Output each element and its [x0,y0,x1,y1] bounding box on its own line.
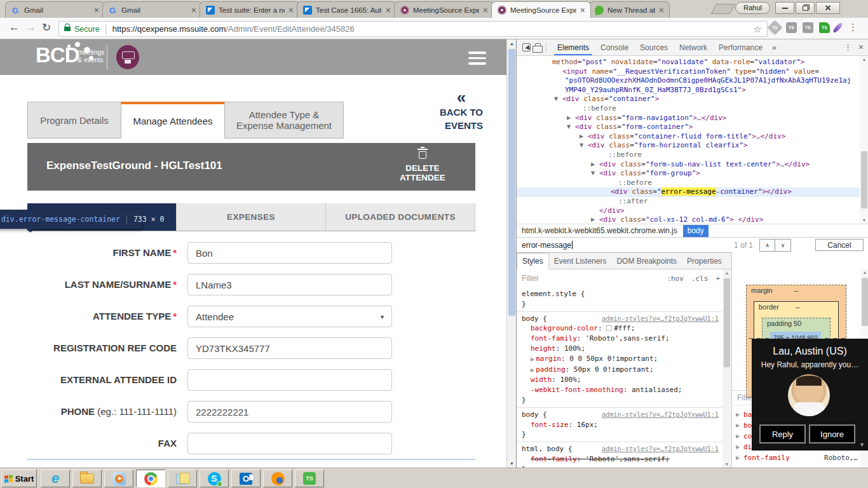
breadcrumb-selected[interactable]: body [683,225,709,237]
find-input[interactable]: error-message [522,241,571,250]
page-scrollbar[interactable]: ▲ ▼ [506,39,516,468]
taskbar-app-outlook[interactable]: O [231,470,261,487]
css-property[interactable]: ▶margin: 0 0 50px 0!important; [522,354,719,365]
tab-program-details[interactable]: Program Details [27,102,121,139]
taskbar-app-wmp[interactable] [104,470,133,487]
bookmark-star-icon[interactable]: ☆ [754,24,762,35]
tree-arrow-icon[interactable]: ▼ [580,141,583,151]
refresh-icon[interactable]: ↻ [42,21,51,34]
taskbar-app-ie[interactable]: e [41,470,70,487]
computed-property[interactable]: ▶font-familyRoboto,… [732,452,868,463]
dom-line[interactable]: ▶<div class="col-xs-12 col-md-6"> </div> [517,215,860,224]
device-toolbar-icon[interactable] [535,43,541,52]
taskbar-app-firefox[interactable] [263,470,292,487]
sub-tab-uploaded-documents[interactable]: UPLOADED DOCUMENTS [326,203,475,231]
new-rule-icon[interactable]: + [715,274,720,283]
back-icon[interactable]: ← [9,21,20,34]
sidebar-tab-properties[interactable]: Properties [682,254,727,269]
dom-line[interactable]: ▶<div class="form-sub-nav-list text-cent… [517,160,860,170]
sidebar-tab-styles[interactable]: Styles [517,253,549,269]
dom-line[interactable]: <input name="__RequestVerificationToken"… [517,67,860,77]
css-property[interactable]: -webkit-font-smoothing: antialiased; [522,385,719,395]
dom-scrollbar[interactable]: ▲ ▼ [860,56,868,224]
stylesheet-link[interactable]: admin-styles?v=…f2tpJqYxwwU1:1 [602,410,719,420]
tree-arrow-icon[interactable]: ▶ [567,114,571,123]
devtools-tab-sources[interactable]: Sources [634,40,674,55]
notification-options-icon[interactable]: ▼ [859,442,865,448]
expand-arrow-icon[interactable]: ▶ [736,442,740,452]
breadcrumb-path[interactable]: html.k-webkit.k-webkit65.webkit.chrome.w… [522,226,677,235]
scrollbar-thumb[interactable] [508,49,515,316]
browser-tab[interactable]: Gmail× [102,1,202,18]
field-input-phone[interactable] [187,401,392,423]
taskbar-app-notes[interactable] [168,470,197,487]
field-input-fax[interactable] [187,433,392,454]
tree-arrow-icon[interactable]: ▼ [567,123,571,132]
dom-line[interactable]: <div class="error-message-container"></d… [517,187,860,197]
tree-arrow-icon[interactable]: ▶ [591,160,595,170]
tab-close-icon[interactable]: × [482,6,489,14]
devtools-menu-icon[interactable]: ⋮ [844,43,852,52]
scroll-down-icon[interactable]: ▼ [507,461,517,466]
find-next-icon[interactable]: ∨ [775,240,790,251]
stylesheet-link[interactable]: admin-styles?v=…f2tpJqYxwwU1:1 [602,444,719,454]
expand-arrow-icon[interactable]: ▶ [736,409,740,420]
extension-ts-icon[interactable]: TS [819,22,830,33]
browser-tab[interactable]: Test Case 1665: Auto× [297,1,397,18]
expand-arrow-icon[interactable]: ▶ [531,367,534,373]
devtools-tab-elements[interactable]: Elements [552,40,595,55]
devtools-tab-performance[interactable]: Performance [713,40,768,55]
start-button[interactable]: Start [1,470,37,487]
field-input-last-name-surname[interactable] [187,274,392,295]
devtools-close-icon[interactable]: × [858,42,864,52]
tree-arrow-icon[interactable]: ▶ [580,132,583,142]
dom-line[interactable]: ▼<div class="container"> [517,95,860,104]
css-property[interactable]: background-color: #fff; [522,323,719,334]
attendee-type-select[interactable]: Attendee▾ [187,306,392,327]
field-input-registration-ref-code[interactable] [187,337,392,359]
browser-tab[interactable]: Gmail× [5,1,105,18]
address-bar[interactable]: Secure | https://qcexpense.mssuite.com /… [58,21,768,37]
dom-line[interactable]: ::before [517,104,860,114]
tab-close-icon[interactable]: × [93,6,100,14]
tab-attendee-type-expense-management[interactable]: Attendee Type & Expense Management [224,102,344,139]
extension-ts-icon[interactable]: TS [803,22,813,33]
browser-tab[interactable]: New Thread about Te× [588,1,670,18]
css-property[interactable]: font-family: 'Roboto',sans-serif; [522,454,719,464]
dom-line[interactable]: ::before [517,151,860,160]
tree-arrow-icon[interactable]: ▼ [591,169,595,179]
tab-close-icon[interactable]: × [384,6,392,14]
extension-ts-icon[interactable]: TS [786,22,797,33]
browser-tab[interactable]: MeetingSource Exper× [394,1,494,18]
inspect-element-icon[interactable] [522,43,531,51]
dom-line[interactable]: "psOTORd8UOOexzhXHAOdnDodmnC8igpe0HAqGEk… [517,76,860,86]
new-tab-button[interactable] [711,4,736,14]
dom-line[interactable]: ▶<div class="container-fluid form-title"… [517,132,860,142]
reply-button[interactable]: Reply [759,424,806,444]
grammarly-extension-icon[interactable] [832,22,843,34]
dom-tree[interactable]: method="post" novalidate="novalidate" da… [517,56,860,224]
tab-close-icon[interactable]: × [579,6,587,14]
styles-scrollbar[interactable]: ▲ ▼ [722,269,731,468]
dom-line[interactable]: method="post" novalidate="novalidate" da… [517,58,860,67]
hamburger-menu-icon[interactable] [468,51,486,68]
profile-button[interactable]: Rahul [735,2,770,14]
browser-tab[interactable]: Test suite: Enter a ne× [200,1,299,18]
sidebar-tab-event-listeners[interactable]: Event Listeners [549,254,612,269]
back-to-events-link[interactable]: « BACK TO EVENTS [400,90,483,132]
dom-line[interactable]: ::before [517,179,860,188]
field-input-first-name[interactable] [187,242,392,264]
css-rules[interactable]: element.style {}body {admin-styles?v=…f2… [517,287,722,468]
expand-arrow-icon[interactable]: ▶ [736,452,740,463]
taskbar-app-folder[interactable] [72,470,102,487]
dom-line[interactable]: ▼<div class="form-container"> [517,123,860,132]
dom-line[interactable]: </div> [517,207,860,216]
dom-line[interactable]: ▶<div class="form-navigation">…</div> [517,114,860,123]
ignore-button[interactable]: Ignore [809,424,855,444]
sidebar-tab-dom-breakpoints[interactable]: DOM Breakpoints [611,254,682,269]
taskbar-app-skype[interactable]: S [200,470,229,487]
taskbar-app-ts[interactable]: TS [295,470,324,487]
css-property[interactable]: width: 100%; [522,375,719,385]
restore-button[interactable] [796,2,815,14]
find-cancel-button[interactable]: Cancel [815,239,864,251]
